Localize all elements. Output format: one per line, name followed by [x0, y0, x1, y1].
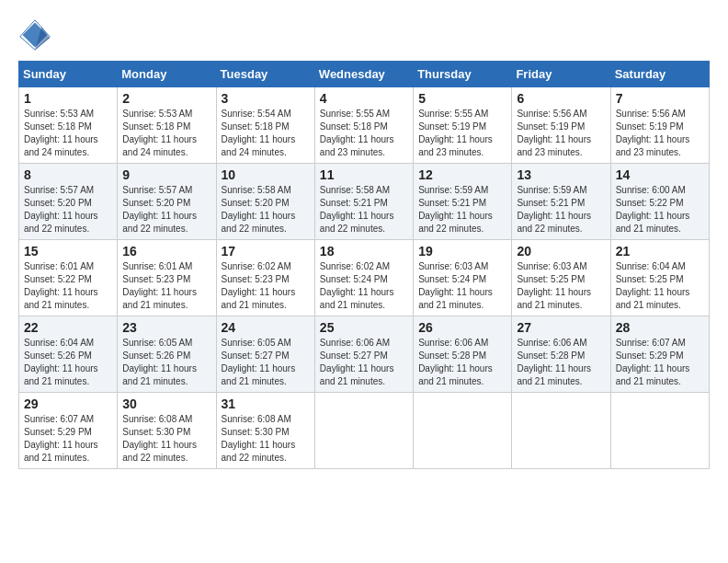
calendar-table: SundayMondayTuesdayWednesdayThursdayFrid… [18, 61, 710, 469]
calendar-day-cell: 16 Sunrise: 6:01 AM Sunset: 5:23 PM Dayl… [118, 240, 216, 316]
day-number: 5 [418, 91, 506, 106]
day-info: Sunrise: 6:05 AM Sunset: 5:26 PM Dayligh… [122, 337, 210, 388]
day-number: 26 [418, 320, 506, 335]
day-info: Sunrise: 5:53 AM Sunset: 5:18 PM Dayligh… [122, 108, 210, 159]
day-number: 27 [517, 320, 605, 335]
calendar-day-cell: 15 Sunrise: 6:01 AM Sunset: 5:22 PM Dayl… [19, 240, 118, 316]
calendar-week-row: 15 Sunrise: 6:01 AM Sunset: 5:22 PM Dayl… [19, 240, 710, 316]
day-info: Sunrise: 6:04 AM Sunset: 5:25 PM Dayligh… [616, 260, 704, 312]
calendar-day-cell: 14 Sunrise: 6:00 AM Sunset: 5:22 PM Dayl… [610, 164, 709, 240]
day-info: Sunrise: 5:59 AM Sunset: 5:21 PM Dayligh… [517, 184, 605, 236]
day-info: Sunrise: 5:53 AM Sunset: 5:18 PM Dayligh… [24, 108, 112, 159]
day-number: 19 [418, 244, 506, 259]
calendar-week-row: 1 Sunrise: 5:53 AM Sunset: 5:18 PM Dayli… [19, 87, 710, 164]
day-number: 13 [517, 167, 605, 182]
weekday-header-cell: Sunday [19, 62, 118, 87]
day-info: Sunrise: 6:06 AM Sunset: 5:27 PM Dayligh… [320, 337, 408, 388]
calendar-day-cell: 17 Sunrise: 6:02 AM Sunset: 5:23 PM Dayl… [216, 240, 314, 316]
calendar-day-cell: 28 Sunrise: 6:07 AM Sunset: 5:29 PM Dayl… [610, 316, 709, 393]
day-info: Sunrise: 5:55 AM Sunset: 5:19 PM Dayligh… [418, 108, 506, 159]
day-info: Sunrise: 5:59 AM Sunset: 5:21 PM Dayligh… [418, 184, 506, 236]
day-number: 25 [320, 320, 408, 335]
calendar-day-cell: 30 Sunrise: 6:08 AM Sunset: 5:30 PM Dayl… [118, 393, 216, 469]
day-info: Sunrise: 6:07 AM Sunset: 5:29 PM Dayligh… [24, 413, 112, 465]
calendar-day-cell: 31 Sunrise: 6:08 AM Sunset: 5:30 PM Dayl… [216, 393, 314, 469]
day-info: Sunrise: 6:03 AM Sunset: 5:25 PM Dayligh… [517, 260, 605, 312]
calendar-day-cell: 12 Sunrise: 5:59 AM Sunset: 5:21 PM Dayl… [414, 164, 512, 240]
weekday-header-row: SundayMondayTuesdayWednesdayThursdayFrid… [19, 62, 710, 87]
calendar-day-cell: 5 Sunrise: 5:55 AM Sunset: 5:19 PM Dayli… [414, 87, 512, 164]
weekday-header-cell: Monday [118, 62, 216, 87]
day-number: 8 [24, 167, 112, 182]
day-number: 24 [222, 320, 310, 335]
calendar-day-cell: 20 Sunrise: 6:03 AM Sunset: 5:25 PM Dayl… [512, 240, 610, 316]
page-header [18, 18, 710, 52]
day-number: 6 [517, 91, 605, 106]
calendar-day-cell: 7 Sunrise: 5:56 AM Sunset: 5:19 PM Dayli… [610, 87, 709, 164]
calendar-week-row: 29 Sunrise: 6:07 AM Sunset: 5:29 PM Dayl… [19, 393, 710, 469]
day-number: 3 [222, 91, 310, 106]
day-number: 2 [122, 91, 210, 106]
day-info: Sunrise: 5:58 AM Sunset: 5:20 PM Dayligh… [222, 184, 310, 236]
day-info: Sunrise: 5:57 AM Sunset: 5:20 PM Dayligh… [122, 184, 210, 236]
day-number: 12 [418, 167, 506, 182]
day-number: 22 [24, 320, 112, 335]
calendar-week-row: 22 Sunrise: 6:04 AM Sunset: 5:26 PM Dayl… [19, 316, 710, 393]
calendar-day-cell: 11 Sunrise: 5:58 AM Sunset: 5:21 PM Dayl… [314, 164, 413, 240]
day-number: 10 [222, 167, 310, 182]
weekday-header-cell: Thursday [414, 62, 512, 87]
day-number: 16 [122, 244, 210, 259]
calendar-day-cell: 26 Sunrise: 6:06 AM Sunset: 5:28 PM Dayl… [414, 316, 512, 393]
day-info: Sunrise: 6:04 AM Sunset: 5:26 PM Dayligh… [24, 337, 112, 388]
day-info: Sunrise: 6:02 AM Sunset: 5:24 PM Dayligh… [320, 260, 408, 312]
weekday-header-cell: Tuesday [216, 62, 314, 87]
weekday-header-cell: Saturday [610, 62, 709, 87]
calendar-day-cell: 3 Sunrise: 5:54 AM Sunset: 5:18 PM Dayli… [216, 87, 314, 164]
day-number: 15 [24, 244, 112, 259]
calendar-day-cell: 13 Sunrise: 5:59 AM Sunset: 5:21 PM Dayl… [512, 164, 610, 240]
day-info: Sunrise: 5:54 AM Sunset: 5:18 PM Dayligh… [222, 108, 310, 159]
weekday-header-cell: Friday [512, 62, 610, 87]
day-info: Sunrise: 5:57 AM Sunset: 5:20 PM Dayligh… [24, 184, 112, 236]
day-number: 17 [222, 244, 310, 259]
day-number: 20 [517, 244, 605, 259]
day-number: 18 [320, 244, 408, 259]
day-number: 14 [616, 167, 704, 182]
calendar-day-cell: 9 Sunrise: 5:57 AM Sunset: 5:20 PM Dayli… [118, 164, 216, 240]
day-info: Sunrise: 6:08 AM Sunset: 5:30 PM Dayligh… [222, 413, 310, 465]
day-info: Sunrise: 6:06 AM Sunset: 5:28 PM Dayligh… [517, 337, 605, 388]
day-number: 11 [320, 167, 408, 182]
logo-icon [18, 18, 51, 52]
calendar-week-row: 8 Sunrise: 5:57 AM Sunset: 5:20 PM Dayli… [19, 164, 710, 240]
calendar-day-cell: 21 Sunrise: 6:04 AM Sunset: 5:25 PM Dayl… [610, 240, 709, 316]
day-info: Sunrise: 6:08 AM Sunset: 5:30 PM Dayligh… [122, 413, 210, 465]
calendar-day-cell [610, 393, 709, 469]
day-info: Sunrise: 6:07 AM Sunset: 5:29 PM Dayligh… [616, 337, 704, 388]
day-info: Sunrise: 6:01 AM Sunset: 5:22 PM Dayligh… [24, 260, 112, 312]
day-info: Sunrise: 6:02 AM Sunset: 5:23 PM Dayligh… [222, 260, 310, 312]
day-info: Sunrise: 6:01 AM Sunset: 5:23 PM Dayligh… [122, 260, 210, 312]
calendar-day-cell: 27 Sunrise: 6:06 AM Sunset: 5:28 PM Dayl… [512, 316, 610, 393]
day-info: Sunrise: 5:55 AM Sunset: 5:18 PM Dayligh… [320, 108, 408, 159]
calendar-day-cell: 29 Sunrise: 6:07 AM Sunset: 5:29 PM Dayl… [19, 393, 118, 469]
day-number: 9 [122, 167, 210, 182]
calendar-day-cell: 23 Sunrise: 6:05 AM Sunset: 5:26 PM Dayl… [118, 316, 216, 393]
calendar-day-cell [314, 393, 413, 469]
weekday-header-cell: Wednesday [314, 62, 413, 87]
day-info: Sunrise: 5:58 AM Sunset: 5:21 PM Dayligh… [320, 184, 408, 236]
day-info: Sunrise: 6:06 AM Sunset: 5:28 PM Dayligh… [418, 337, 506, 388]
calendar-day-cell [512, 393, 610, 469]
calendar-day-cell: 22 Sunrise: 6:04 AM Sunset: 5:26 PM Dayl… [19, 316, 118, 393]
day-number: 31 [222, 396, 310, 411]
day-number: 21 [616, 244, 704, 259]
calendar-day-cell: 18 Sunrise: 6:02 AM Sunset: 5:24 PM Dayl… [314, 240, 413, 316]
day-info: Sunrise: 5:56 AM Sunset: 5:19 PM Dayligh… [517, 108, 605, 159]
day-number: 4 [320, 91, 408, 106]
day-number: 1 [24, 91, 112, 106]
calendar-day-cell: 8 Sunrise: 5:57 AM Sunset: 5:20 PM Dayli… [19, 164, 118, 240]
logo [18, 18, 55, 52]
calendar-day-cell: 1 Sunrise: 5:53 AM Sunset: 5:18 PM Dayli… [19, 87, 118, 164]
day-number: 7 [616, 91, 704, 106]
day-number: 28 [616, 320, 704, 335]
day-number: 23 [122, 320, 210, 335]
